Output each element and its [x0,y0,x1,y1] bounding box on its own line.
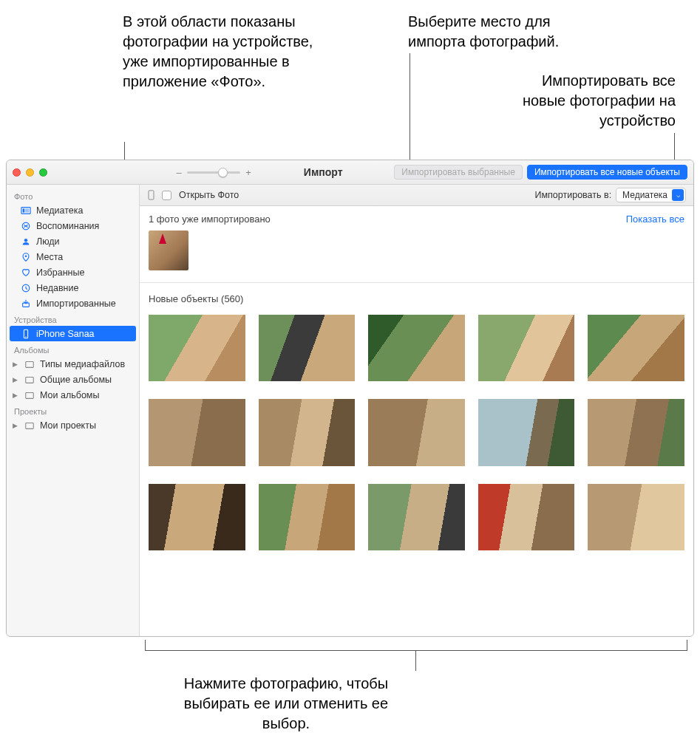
callout-text: Нажмите фотографию, чтобы выбирать ее ил… [164,674,408,734]
people-icon [20,236,31,247]
photo-thumbnail[interactable] [149,484,245,550]
photo-thumbnail[interactable] [588,399,684,465]
import-destination: Импортировать в: Медиатека ⌵ [535,188,686,202]
sidebar-item-shared-albums[interactable]: ▶ Общие альбомы [7,372,139,387]
sidebar-item-label: Общие альбомы [40,375,112,385]
library-icon [20,205,31,216]
section-header: 1 фото уже импортировано Показать все [149,214,684,225]
sidebar-item-label: Импортированные [36,298,116,309]
svg-rect-1 [22,208,24,212]
zoom-slider[interactable]: – + [175,167,252,178]
import-icon [20,298,31,309]
disclosure-triangle-icon[interactable]: ▶ [13,376,18,383]
import-destination-select[interactable]: Медиатека ⌵ [616,188,686,202]
sidebar-item-label: iPhone Sanaa [36,329,95,339]
select-value: Медиатека [622,190,667,200]
photo-thumbnail[interactable] [478,315,575,381]
sidebar-item-memories[interactable]: Воспоминания [7,218,139,233]
zoom-thumb[interactable] [218,168,228,177]
svg-rect-13 [25,423,33,428]
disclosure-triangle-icon[interactable]: ▶ [13,392,18,399]
folder-icon [24,374,35,385]
sidebar-section-header: Устройства [7,311,139,326]
photo-thumbnail[interactable] [588,484,684,550]
divider [140,282,693,283]
minimize-button[interactable] [26,168,34,177]
photo-thumbnail[interactable] [368,484,465,550]
zoom-out-icon: – [175,167,183,178]
places-icon [20,251,31,262]
show-all-link[interactable]: Показать все [626,214,684,225]
import-to-label: Импортировать в: [535,190,612,200]
photo-thumbnail[interactable] [259,484,356,550]
already-imported-title: 1 фото уже импортировано [149,214,271,225]
folder-icon [24,389,35,400]
window-controls [13,168,47,177]
callout-line [415,650,416,671]
svg-point-4 [24,239,27,242]
svg-rect-14 [149,191,154,199]
heart-icon [20,267,31,278]
sidebar-item-my-projects[interactable]: ▶ Мои проекты [7,417,139,433]
sidebar-item-recent[interactable]: Недавние [7,280,139,296]
open-photos-checkbox[interactable] [162,191,171,200]
zoom-in-icon: + [245,167,252,178]
svg-rect-11 [25,377,33,383]
sidebar-item-label: Места [36,252,63,262]
disclosure-triangle-icon[interactable]: ▶ [13,422,18,429]
callout-line [687,640,687,650]
photo-thumbnail[interactable] [259,315,356,381]
sidebar-item-label: Типы медиафайлов [40,359,125,369]
sidebar: Фото Медиатека Воспоминания Люди Места И… [7,185,140,636]
callout-line [145,650,687,651]
zoom-track[interactable] [187,171,240,174]
sidebar-item-places[interactable]: Места [7,249,139,264]
memories-icon [20,220,31,231]
chevron-updown-icon: ⌵ [672,189,684,201]
fullscreen-button[interactable] [39,168,47,177]
disclosure-triangle-icon[interactable]: ▶ [13,361,18,368]
callout-line [145,640,146,650]
iphone-icon [20,328,31,339]
sidebar-item-label: Избранные [36,267,84,278]
window-title: Импорт [256,166,390,178]
photo-thumbnail[interactable] [368,315,465,381]
photo-thumbnail[interactable] [149,399,245,465]
iphone-icon [147,190,154,200]
sidebar-item-label: Воспоминания [36,221,99,231]
import-content: 1 фото уже импортировано Показать все Но… [140,206,693,636]
sidebar-item-people[interactable]: Люди [7,233,139,249]
photo-thumbnail[interactable] [149,231,188,270]
import-all-new-button[interactable]: Импортировать все новые объекты [527,165,687,180]
svg-rect-2 [25,208,29,212]
callout-text: Импортировать все новые фотографии на ус… [503,71,676,131]
sidebar-item-label: Мои проекты [40,420,96,431]
folder-icon [24,358,35,369]
callout-text: В этой области показаны фотографии на ус… [123,12,337,92]
sidebar-section-header: Фото [7,188,139,202]
sidebar-item-my-albums[interactable]: ▶ Мои альбомы [7,387,139,403]
photo-thumbnail[interactable] [588,315,684,381]
sidebar-item-device-iphone[interactable]: iPhone Sanaa [10,326,136,341]
sidebar-item-library[interactable]: Медиатека [7,202,139,218]
titlebar: – + Импорт Импортировать выбранные Импор… [7,160,693,185]
photo-thumbnail[interactable] [478,484,575,550]
callout-text: Выберите место для импорта фотографий. [408,12,593,52]
svg-point-5 [24,255,27,257]
sidebar-item-media-types[interactable]: ▶ Типы медиафайлов [7,356,139,372]
photo-thumbnail[interactable] [478,399,575,465]
sidebar-item-favorites[interactable]: Избранные [7,264,139,280]
open-photos-label: Открыть Фото [179,190,239,200]
photo-thumbnail[interactable] [149,315,245,381]
new-items-grid [149,315,684,550]
photo-thumbnail[interactable] [259,399,356,465]
sidebar-item-imported[interactable]: Импортированные [7,296,139,311]
sidebar-section-header: Альбомы [7,341,139,356]
photo-thumbnail[interactable] [368,399,465,465]
import-subbar: Открыть Фото Импортировать в: Медиатека … [140,185,693,206]
svg-rect-12 [25,392,33,398]
close-button[interactable] [13,168,21,177]
sidebar-item-label: Медиатека [36,205,83,216]
import-selected-button: Импортировать выбранные [394,165,523,180]
sidebar-item-label: Недавние [36,283,78,293]
